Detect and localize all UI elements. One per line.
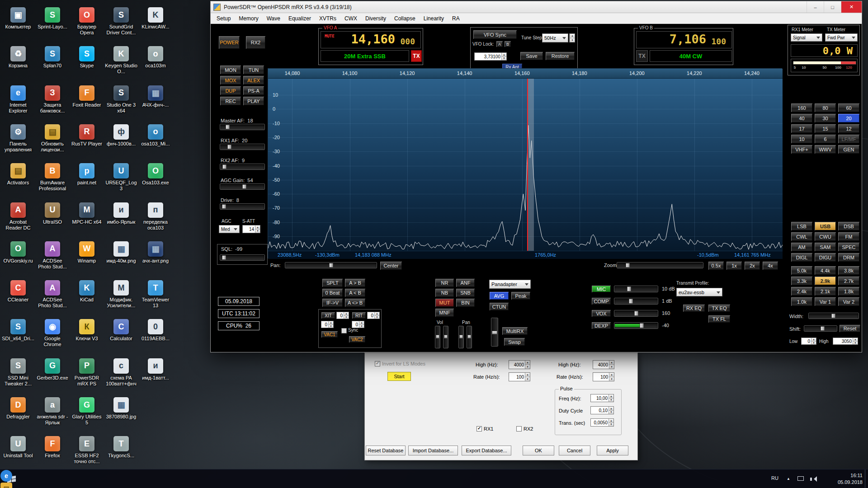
sync-checkbox[interactable] bbox=[341, 328, 347, 333]
tx-fl-button[interactable]: TX FL bbox=[708, 315, 731, 323]
dexp-button[interactable]: DEXP bbox=[591, 322, 611, 329]
filter-5-0k[interactable]: 5.0k bbox=[791, 266, 813, 275]
vfo-lock-b-button[interactable]: B bbox=[504, 41, 511, 47]
menu-wave[interactable]: Wave bbox=[263, 14, 284, 23]
desktop-icon-gerber3d[interactable]: GGerber3D.exe bbox=[36, 358, 69, 381]
desktop-icon-internet-explorer[interactable]: eInternet Explorer bbox=[2, 85, 34, 114]
band-vhf[interactable]: VHF+ bbox=[791, 145, 813, 154]
pan-slider[interactable] bbox=[285, 262, 377, 268]
desktop-icon-acrobat-reader[interactable]: AAcrobat Reader DC bbox=[2, 202, 34, 231]
desktop-icon-splan70[interactable]: SSplan70 bbox=[36, 46, 69, 69]
desktop-icon-peredelka-oca103[interactable]: ппеределка oca103 bbox=[139, 202, 172, 231]
multirx-button[interactable]: MultiRX bbox=[502, 327, 528, 335]
button-play[interactable]: PLAY bbox=[243, 96, 264, 106]
desktop-icon-photo-38708980[interactable]: ▦38708980.jpg bbox=[105, 397, 137, 420]
desktop-icon-osa103-exe[interactable]: OOsa103.exe bbox=[139, 163, 172, 186]
menu-setup[interactable]: Setup bbox=[212, 14, 235, 23]
dialog-reset-database-button[interactable]: Reset Database bbox=[366, 446, 406, 455]
desktop-icon-acdsee-photo-2[interactable]: AACDSee Photo Stud... bbox=[36, 280, 69, 309]
filter-4-4k[interactable]: 4.4k bbox=[814, 266, 836, 275]
desktop-icon-fnch-1000[interactable]: ффнч-1000в... bbox=[105, 124, 137, 147]
invert-ls-checkbox[interactable] bbox=[375, 361, 380, 366]
slider-thumb[interactable] bbox=[222, 164, 226, 169]
tune-step-select[interactable]: 50Hz bbox=[542, 33, 568, 42]
zoom-4x[interactable]: 4x bbox=[762, 261, 778, 270]
high-spinner[interactable]: 3050▲▼ bbox=[833, 338, 858, 345]
desktop-icon-firefox[interactable]: FFirefox bbox=[36, 436, 69, 459]
desktop-icon-essb-hf2[interactable]: EESSB HF2 точно отс... bbox=[71, 436, 103, 465]
pulse-freq-spinner[interactable]: 10,00▲▼ bbox=[590, 394, 614, 402]
tx-eq-button[interactable]: TX EQ bbox=[708, 304, 731, 312]
vfo-b-display[interactable]: 7,106 100 bbox=[636, 31, 732, 48]
mode-fm[interactable]: FM bbox=[838, 232, 860, 241]
slider-thumb[interactable] bbox=[831, 314, 835, 318]
split-a-b[interactable]: A < B bbox=[344, 288, 366, 297]
dsp-bin[interactable]: BIN bbox=[456, 298, 475, 307]
maximize-button[interactable]: □ bbox=[824, 1, 841, 13]
rx-eq-button[interactable]: RX EQ bbox=[683, 304, 705, 312]
filter-1-0k[interactable]: 1.0k bbox=[791, 297, 813, 306]
menu-equalizer[interactable]: Equalizer bbox=[284, 14, 315, 23]
band-10[interactable]: 10 bbox=[791, 134, 813, 144]
desktop-icon-google-chrome[interactable]: ◉Google Chrome bbox=[36, 319, 69, 347]
mode-sam[interactable]: SAM bbox=[814, 242, 836, 252]
desktop-icon-file-0119aebb[interactable]: 00119AEBB... bbox=[139, 319, 172, 342]
desktop-icon-paint-net[interactable]: ppaint.net bbox=[71, 163, 103, 186]
desktop-icon-opera[interactable]: OБраузер Opera bbox=[71, 7, 103, 36]
desktop-icon-burnaware[interactable]: BBurnAware Professional bbox=[36, 163, 69, 192]
split-a-b[interactable]: A <> B bbox=[344, 298, 366, 307]
desktop-icon-update-license[interactable]: ▤Обновить лицензи... bbox=[36, 124, 69, 153]
volpan-slider-1[interactable] bbox=[443, 326, 448, 348]
desktop-icon-acdsee-photo-1[interactable]: AACDSee Photo Stud... bbox=[36, 241, 69, 270]
rx1-checkbox[interactable] bbox=[476, 426, 482, 432]
slider-thumb[interactable] bbox=[626, 263, 630, 267]
rit-button[interactable]: RIT bbox=[352, 312, 366, 319]
dsp-snb[interactable]: SNB bbox=[456, 288, 475, 297]
slider-thumb[interactable] bbox=[629, 299, 633, 304]
high-hz-spinner-1[interactable]: 4000▲▼ bbox=[509, 360, 530, 369]
desktop-icon-tkygoncs[interactable]: TTkygoncS... bbox=[105, 436, 137, 459]
minimize-button[interactable]: – bbox=[807, 1, 824, 13]
af-slider-1[interactable] bbox=[220, 144, 265, 150]
desktop-icon-uninstall-tool[interactable]: UUninstall Tool bbox=[2, 436, 34, 459]
filter-2-9k[interactable]: 2.9k bbox=[814, 276, 836, 286]
desktop-icon-computer[interactable]: ▣Компьютер bbox=[2, 7, 34, 30]
desktop-icon-ccleaner[interactable]: CCCleaner bbox=[2, 280, 34, 303]
slider-thumb[interactable] bbox=[821, 326, 825, 331]
comp-slider[interactable] bbox=[614, 298, 658, 305]
mnf-button[interactable]: MNF bbox=[435, 308, 454, 317]
desktop-icon-imbo-shortcut[interactable]: иимбо-Ярлык bbox=[105, 202, 137, 225]
desktop-icon-calculator[interactable]: CCalculator bbox=[105, 319, 137, 342]
band-160[interactable]: 160 bbox=[791, 103, 813, 113]
desktop-icon-kicad[interactable]: KKiCad bbox=[71, 280, 103, 303]
center-button[interactable]: Center bbox=[380, 261, 402, 270]
xit-spinner[interactable]: 0▲▼ bbox=[336, 312, 349, 319]
menu-ra[interactable]: RA bbox=[448, 14, 464, 23]
mic-button[interactable]: MIC bbox=[591, 285, 611, 293]
zoom-slider[interactable] bbox=[617, 262, 703, 268]
tune-cursor[interactable] bbox=[527, 79, 528, 251]
slider-thumb[interactable] bbox=[329, 263, 333, 267]
restore-button[interactable]: Restore bbox=[545, 52, 575, 61]
desktop-icon-sprint-layout[interactable]: SSprint-Layo... bbox=[36, 7, 69, 30]
slider-thumb[interactable] bbox=[492, 331, 497, 334]
multirx-slider[interactable] bbox=[491, 318, 498, 347]
reset-button[interactable]: Reset bbox=[839, 324, 861, 333]
desktop-icon-powersdr-shortcut[interactable]: PPowerSDR mRX PS bbox=[71, 358, 103, 387]
filter-3-8k[interactable]: 3.8k bbox=[838, 266, 860, 275]
slider-thumb[interactable] bbox=[436, 335, 439, 338]
duty-cycle-spinner[interactable]: 0,10▲▼ bbox=[590, 406, 614, 414]
button-rec[interactable]: REC bbox=[220, 96, 241, 106]
button-mon[interactable]: MON bbox=[220, 65, 241, 75]
desktop-icon-winamp[interactable]: WWinamp bbox=[71, 241, 103, 264]
save-button[interactable]: Save bbox=[520, 52, 543, 61]
filter-1-8k[interactable]: 1.8k bbox=[838, 286, 860, 296]
desktop-icon-modif-amp[interactable]: ММодифик. Усилители... bbox=[105, 280, 137, 309]
vfo-sync-button[interactable]: VFO Sync bbox=[473, 30, 517, 39]
band-wwv[interactable]: WWV bbox=[814, 145, 836, 154]
slider-thumb[interactable] bbox=[467, 335, 471, 338]
desktop-icon-keygen-studio[interactable]: KKeygen Studio O... bbox=[105, 46, 137, 75]
dialog-apply-button[interactable]: Apply bbox=[597, 446, 628, 455]
desktop-icon-recycle-bin[interactable]: ♻Корзина bbox=[2, 46, 34, 69]
menu-memory[interactable]: Memory bbox=[235, 14, 262, 23]
